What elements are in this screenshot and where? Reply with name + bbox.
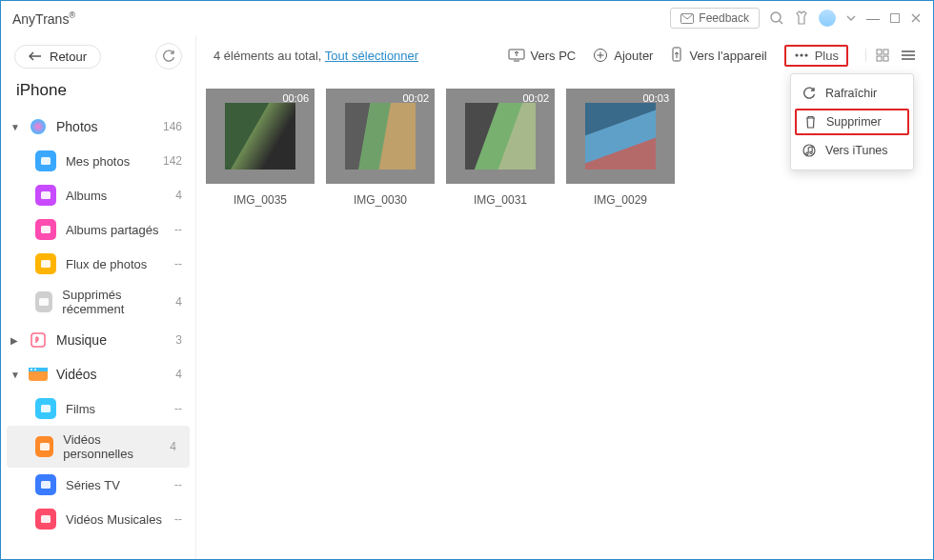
video-name: IMG_0035: [234, 193, 287, 207]
svg-point-1: [771, 12, 781, 22]
to-pc-button[interactable]: Vers PC: [508, 48, 577, 63]
item-count: 4: [170, 440, 176, 453]
caret-icon: ▼: [10, 122, 20, 132]
item-icon: [35, 185, 56, 206]
item-icon: [35, 436, 53, 457]
item-count: --: [174, 402, 182, 415]
sidebar-item[interactable]: Vidéos personnelles4: [7, 426, 190, 468]
app-title: AnyTrans®: [12, 10, 75, 27]
item-label: Séries TV: [66, 478, 120, 492]
menu-delete[interactable]: Supprimer: [795, 109, 909, 135]
video-duration: 00:06: [282, 92, 309, 104]
item-icon: [35, 291, 52, 312]
item-count: 142: [163, 154, 182, 168]
back-label: Retour: [50, 50, 87, 64]
video-duration: 00:02: [402, 92, 429, 104]
item-label: Vidéos Musicales: [66, 512, 162, 527]
refresh-icon: [802, 87, 816, 100]
sidebar: Retour iPhone ▼Photos146Mes photos142Alb…: [1, 35, 196, 559]
item-count: --: [174, 257, 182, 270]
svg-rect-7: [41, 260, 51, 268]
to-device-button[interactable]: Vers l'appareil: [670, 47, 766, 64]
category-count: 4: [175, 368, 182, 381]
item-count: --: [174, 478, 182, 491]
svg-point-23: [804, 53, 807, 56]
video-duration: 00:03: [642, 92, 669, 104]
category-label: Vidéos: [56, 367, 97, 382]
video-name: IMG_0030: [354, 193, 407, 207]
back-button[interactable]: Retour: [14, 45, 101, 69]
item-count: 4: [175, 295, 182, 309]
dots-icon: [794, 52, 809, 58]
sidebar-item[interactable]: Supprimés récemment4: [1, 281, 195, 323]
mail-icon: [680, 13, 694, 24]
maximize-button[interactable]: [889, 12, 901, 24]
item-label: Mes photos: [66, 154, 130, 169]
category-count: 3: [175, 333, 182, 347]
svg-rect-4: [41, 157, 51, 165]
sidebar-item[interactable]: Mes photos142: [1, 144, 195, 178]
chevron-down-icon[interactable]: [845, 12, 857, 24]
sidebar-category[interactable]: ▼Vidéos4: [1, 357, 195, 391]
svg-rect-17: [41, 515, 51, 523]
item-label: Films: [66, 402, 95, 416]
sidebar-refresh-button[interactable]: [155, 43, 182, 70]
video-thumb[interactable]: 00:02IMG_0031: [446, 89, 555, 207]
minimize-button[interactable]: —: [866, 10, 880, 26]
device-arrow-icon: [670, 47, 683, 64]
more-button[interactable]: Plus: [784, 45, 848, 67]
svg-rect-14: [41, 405, 51, 412]
sidebar-item[interactable]: Albums partagés--: [1, 212, 195, 247]
feedback-button[interactable]: Feedback: [670, 8, 760, 29]
list-view-icon[interactable]: [901, 50, 916, 61]
category-label: Musique: [56, 332, 107, 348]
arrow-left-icon: [29, 51, 42, 61]
more-menu: Rafraîchir Supprimer Vers iTunes: [790, 73, 914, 170]
video-duration: 00:02: [522, 92, 549, 104]
video-name: IMG_0029: [594, 193, 647, 207]
svg-point-28: [803, 145, 815, 156]
trash-icon: [804, 115, 817, 129]
sidebar-item[interactable]: Albums4: [1, 178, 195, 212]
menu-refresh[interactable]: Rafraîchir: [791, 80, 913, 107]
grid-view-icon[interactable]: [876, 49, 889, 62]
svg-point-12: [30, 369, 32, 370]
select-all-link[interactable]: Tout sélectionner: [325, 49, 418, 63]
sidebar-item[interactable]: Flux de photos--: [1, 247, 195, 281]
search-icon[interactable]: [769, 10, 784, 26]
video-thumb[interactable]: 00:03IMG_0029: [566, 89, 675, 207]
shirt-icon[interactable]: [794, 10, 809, 26]
svg-rect-6: [41, 226, 51, 233]
avatar[interactable]: [819, 10, 836, 27]
add-button[interactable]: Ajouter: [593, 48, 653, 63]
svg-point-21: [795, 53, 798, 56]
video-thumb[interactable]: 00:06IMG_0035: [206, 89, 315, 207]
item-count: --: [174, 512, 182, 526]
item-icon: [35, 474, 56, 495]
video-thumb[interactable]: 00:02IMG_0030: [326, 89, 435, 207]
item-count: 4: [175, 189, 182, 202]
category-count: 146: [163, 120, 182, 133]
item-count: --: [174, 223, 182, 236]
svg-rect-25: [883, 50, 888, 54]
close-button[interactable]: [910, 12, 922, 24]
sidebar-category[interactable]: ▼Photos146: [1, 110, 195, 144]
svg-rect-26: [877, 56, 882, 61]
sidebar-category[interactable]: ▶Musique3: [1, 323, 195, 357]
svg-rect-8: [39, 298, 49, 306]
sidebar-item[interactable]: Vidéos Musicales--: [1, 502, 195, 536]
video-name: IMG_0031: [474, 193, 527, 207]
sidebar-item[interactable]: Films--: [1, 391, 195, 426]
category-label: Photos: [56, 119, 98, 134]
sidebar-item[interactable]: Séries TV--: [1, 468, 195, 502]
item-label: Vidéos personnelles: [63, 432, 160, 461]
svg-point-22: [800, 53, 802, 56]
summary-text: 4 éléments au total, Tout sélectionner: [213, 49, 491, 63]
menu-itunes[interactable]: Vers iTunes: [791, 137, 913, 164]
item-label: Flux de photos: [66, 257, 147, 271]
caret-icon: ▼: [10, 370, 20, 380]
item-icon: [35, 509, 56, 530]
category-icon: [28, 330, 49, 350]
feedback-label: Feedback: [699, 11, 749, 25]
plus-circle-icon: [593, 48, 608, 63]
